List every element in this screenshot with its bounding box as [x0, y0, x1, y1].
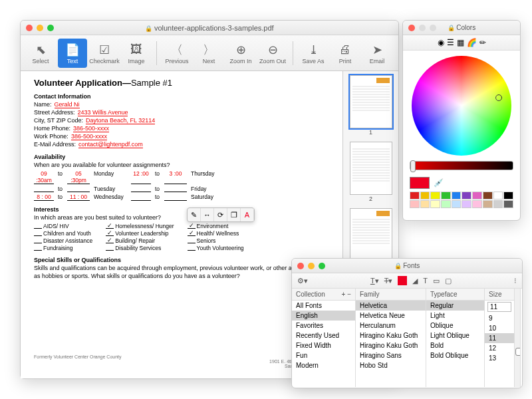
list-item[interactable]: Oblique	[426, 321, 484, 331]
color-swatch[interactable]	[430, 192, 440, 200]
work-phone-value[interactable]: 386-500-xxxx	[71, 133, 107, 140]
home-phone-value[interactable]: 386-500-xxxx	[73, 125, 109, 132]
add-remove-icon[interactable]: + −	[342, 291, 351, 298]
color-swatch[interactable]	[410, 200, 420, 208]
spectrum-mode-icon[interactable]: 🌈	[467, 38, 477, 47]
close-icon[interactable]	[408, 25, 415, 31]
gear-icon[interactable]: ⚙▾	[297, 277, 308, 285]
color-swatch[interactable]	[452, 192, 462, 200]
color-swatch[interactable]	[410, 192, 420, 200]
list-item[interactable]: Bold Oblique	[426, 350, 484, 360]
color-swatch[interactable]	[420, 192, 430, 200]
list-item[interactable]: Favorites	[292, 321, 355, 331]
close-icon[interactable]	[297, 263, 304, 269]
checkbox[interactable]	[34, 245, 42, 251]
color-swatch[interactable]	[493, 192, 503, 200]
checkbox[interactable]	[34, 223, 42, 229]
select-button[interactable]: ⬉Select	[26, 39, 55, 68]
email-value[interactable]: contact@lightenpdf.com	[78, 141, 143, 148]
image-button[interactable]: 🖼Image	[122, 39, 151, 68]
more-icon[interactable]: ⁝	[514, 277, 517, 285]
zoom-out-button[interactable]: ⊖Zoom Out	[258, 39, 287, 68]
checkbox[interactable]	[188, 237, 196, 243]
city-value[interactable]: Daytona Beach, FL 32114	[86, 117, 155, 124]
thumbnail-2[interactable]: 2	[350, 142, 392, 195]
list-item[interactable]: 9	[485, 313, 514, 323]
color-swatch[interactable]	[493, 200, 503, 208]
copy-icon[interactable]: ❐	[227, 208, 241, 221]
checkbox[interactable]: ✓	[106, 237, 114, 243]
underline-icon[interactable]: T▾	[370, 277, 379, 285]
close-icon[interactable]	[26, 25, 33, 31]
color-swatch[interactable]	[472, 200, 482, 208]
thumbnail-1[interactable]: 1	[350, 75, 392, 128]
highlight-icon[interactable]: ◢	[412, 277, 418, 285]
email-button[interactable]: ➤Email	[362, 39, 392, 68]
minimize-icon[interactable]	[308, 263, 315, 269]
list-item[interactable]: Helvetica	[356, 301, 426, 311]
street-value[interactable]: 2433 Willis Avenue	[78, 109, 128, 116]
strikethrough-icon[interactable]: T▾	[384, 277, 393, 285]
zoom-in-button[interactable]: ⊕Zoom In	[226, 39, 255, 68]
list-item[interactable]: Regular	[426, 301, 484, 311]
list-item[interactable]: Hobo Std	[356, 360, 426, 370]
size-input[interactable]	[487, 302, 511, 312]
checkbox[interactable]	[34, 237, 42, 243]
list-item[interactable]: Hiragino Kaku Goth	[356, 340, 426, 350]
eyedropper-icon[interactable]: 💉	[434, 178, 444, 188]
pencil-icon[interactable]: ✎	[188, 208, 201, 221]
color-swatch[interactable]	[483, 200, 493, 208]
color-swatch[interactable]	[462, 200, 471, 208]
list-item[interactable]: Fun	[292, 350, 355, 360]
color-swatch[interactable]	[503, 200, 513, 208]
color-swatch[interactable]	[430, 200, 440, 208]
list-item[interactable]: Light	[426, 311, 484, 321]
list-item[interactable]: Helvetica Neue	[356, 311, 426, 321]
color-swatch[interactable]	[483, 192, 493, 200]
slider-knob[interactable]	[515, 348, 521, 356]
move-icon[interactable]: ↔	[201, 208, 214, 221]
checkbox[interactable]: ✓	[188, 230, 196, 236]
checkmark-button[interactable]: ☑︎Checkmark	[90, 39, 119, 68]
font-icon[interactable]: A	[241, 208, 254, 221]
color-swatch[interactable]	[441, 200, 451, 208]
name-value[interactable]: Gerald Ni	[55, 101, 80, 108]
list-item[interactable]: Bold	[426, 340, 484, 350]
shadow-icon[interactable]: ▭	[433, 277, 440, 285]
next-button[interactable]: 〉Next	[194, 39, 223, 68]
sliders-mode-icon[interactable]: ☰	[447, 38, 454, 47]
palette-mode-icon[interactable]: ▦	[457, 38, 464, 47]
list-item[interactable]: Fixed Width	[292, 340, 355, 350]
slider-knob[interactable]	[410, 160, 416, 172]
list-item[interactable]: Hiragino Sans	[356, 350, 426, 360]
checkbox[interactable]	[106, 245, 114, 251]
color-swatch[interactable]	[503, 192, 513, 200]
list-item[interactable]: 12	[485, 343, 514, 353]
checkbox[interactable]	[34, 230, 42, 236]
color-swatch[interactable]	[420, 200, 430, 208]
thumbnail-3[interactable]	[350, 208, 392, 261]
list-item[interactable]: Herculanum	[356, 321, 426, 331]
text-icon[interactable]: T	[423, 277, 428, 285]
previous-button[interactable]: 〈Previous	[162, 39, 192, 68]
list-item[interactable]: All Fonts	[292, 301, 355, 311]
color-swatch[interactable]	[472, 192, 482, 200]
pencils-mode-icon[interactable]: ✏	[479, 38, 486, 47]
list-item[interactable]: Light Oblique	[426, 331, 484, 340]
save-as-button[interactable]: ⤓Save As	[299, 39, 328, 68]
checkbox[interactable]: ✓	[188, 223, 196, 229]
color-swatch[interactable]	[462, 192, 471, 200]
list-item[interactable]: 13	[485, 353, 514, 363]
rotate-icon[interactable]: ⟳	[214, 208, 227, 221]
zoom-icon[interactable]	[47, 25, 54, 31]
list-item[interactable]: Recently Used	[292, 331, 355, 340]
list-item[interactable]: English	[292, 311, 355, 321]
color-swatch[interactable]	[441, 192, 451, 200]
checkbox[interactable]	[188, 245, 196, 251]
list-item[interactable]: Modern	[292, 360, 355, 370]
checkbox[interactable]: ✓	[106, 223, 114, 229]
text-color-swatch[interactable]	[398, 276, 407, 285]
baseline-icon[interactable]: ▢	[445, 277, 452, 285]
list-item[interactable]: Hiragino Kaku Goth	[356, 331, 426, 340]
checkbox[interactable]: ✓	[106, 230, 114, 236]
